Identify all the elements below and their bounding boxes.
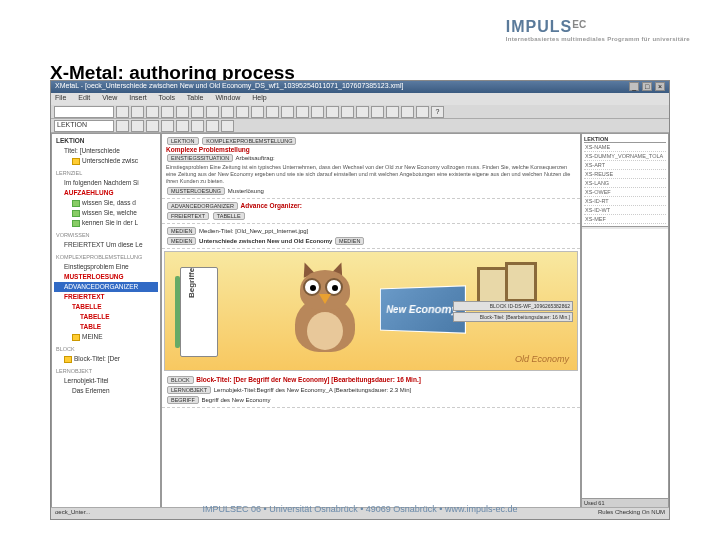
tree-item[interactable]: TABLE — [54, 322, 158, 332]
structure-tree[interactable]: LEKTION Titel: [UnterschiedeUnterschiede… — [51, 133, 161, 511]
tb2-d[interactable] — [161, 120, 174, 132]
tree-item[interactable]: KOMPLEXEPROBLEMSTELLUNG — [54, 252, 158, 262]
tag-komplexe[interactable]: KOMPLEXEPROBLEMSTELLUNG — [202, 137, 296, 145]
attr-row[interactable]: XS-LANG — [584, 179, 666, 188]
tb-help[interactable]: ? — [431, 106, 444, 118]
tag-lektion[interactable]: LEKTION — [167, 137, 199, 145]
tb-print[interactable] — [161, 106, 174, 118]
tree-item[interactable]: wissen Sie, dass d — [54, 198, 158, 208]
tb-paste[interactable] — [206, 106, 219, 118]
tb2-c[interactable] — [146, 120, 159, 132]
slide-footer: IMPULSEC 06 • Universität Osnabrück • 49… — [0, 504, 720, 514]
attr-row[interactable]: XS-REUSE — [584, 170, 666, 179]
tree-item[interactable]: VORWISSEN — [54, 230, 158, 240]
tb-b[interactable] — [281, 106, 294, 118]
tb-f[interactable] — [341, 106, 354, 118]
tag-block[interactable]: BLOCK — [167, 376, 194, 384]
tag-freiertext[interactable]: FREIERTEXT — [167, 212, 209, 220]
tb2-g[interactable] — [206, 120, 219, 132]
attr-row[interactable]: XS-MEF — [584, 215, 666, 224]
tree-item[interactable]: LERNOBJEKT — [54, 366, 158, 376]
tree-item[interactable]: MEINE — [54, 332, 158, 342]
tag-tabelle[interactable]: TABELLE — [213, 212, 245, 220]
attr-row[interactable]: XS-ART — [584, 161, 666, 170]
tb-open[interactable] — [131, 106, 144, 118]
tb-a[interactable] — [266, 106, 279, 118]
attr-row[interactable]: XS-DUMMY_VORNAME_TOLA — [584, 152, 666, 161]
block-id-button[interactable]: BLOCK ID-DS-WF_1096265382862 — [453, 301, 573, 311]
tb-undo[interactable] — [221, 106, 234, 118]
maximize-button[interactable]: □ — [642, 82, 652, 91]
tree-item[interactable]: Lernobjekt-Titel — [54, 376, 158, 386]
tree-item[interactable]: LERNZIEL — [54, 168, 158, 178]
tree-item[interactable]: Einstiegsproblem Eine — [54, 262, 158, 272]
tb2-e[interactable] — [176, 120, 189, 132]
tb-k[interactable] — [416, 106, 429, 118]
sec1-title: Komplexe Problemstellung — [166, 146, 576, 153]
tree-item[interactable]: FREIERTEXT Um diese Le — [54, 240, 158, 250]
tag-begriff[interactable]: BEGRIFF — [167, 396, 199, 404]
tb-c[interactable] — [296, 106, 309, 118]
menu-tools[interactable]: Tools — [159, 94, 175, 101]
tb-g[interactable] — [356, 106, 369, 118]
tag-advorg[interactable]: ADVANCEDORGANIZER — [167, 202, 238, 210]
menubar[interactable]: File Edit View Insert Tools Table Window… — [51, 93, 669, 105]
sec1-body[interactable]: Einstiegsproblem Eine Zeitung ist ein ty… — [166, 163, 576, 186]
menu-file[interactable]: File — [55, 94, 66, 101]
tb2-a[interactable] — [116, 120, 129, 132]
old-economy-label: Old Economy — [515, 354, 569, 364]
attr-row[interactable]: XS-NAME — [584, 143, 666, 152]
tree-item[interactable]: MUSTERLOESUNG — [54, 272, 158, 282]
style-select[interactable] — [54, 106, 114, 118]
element-select[interactable]: LEKTION — [54, 120, 114, 132]
tree-item[interactable]: Block-Titel: [Der — [54, 354, 158, 364]
tree-item[interactable]: BLOCK — [54, 344, 158, 354]
tag-muster[interactable]: MUSTERLOESUNG — [167, 187, 225, 195]
menu-table[interactable]: Table — [187, 94, 204, 101]
tree-item[interactable]: FREIERTEXT — [54, 292, 158, 302]
tree-item[interactable]: TABELLE — [54, 312, 158, 322]
close-button[interactable]: × — [655, 82, 665, 91]
toolbar-1: ? — [51, 105, 669, 119]
tb-save[interactable] — [146, 106, 159, 118]
tree-item[interactable]: TABELLE — [54, 302, 158, 312]
tag-lernobjekt[interactable]: LERNOBJEKT — [167, 386, 211, 394]
menu-edit[interactable]: Edit — [78, 94, 90, 101]
tree-item[interactable]: wissen Sie, welche — [54, 208, 158, 218]
attr-row[interactable]: XS-ID-RT — [584, 197, 666, 206]
tree-item[interactable]: AUFZAEHLUNG — [54, 188, 158, 198]
tree-item[interactable]: Im folgenden Nachdem Si — [54, 178, 158, 188]
tb-i[interactable] — [386, 106, 399, 118]
tag-medien2[interactable]: MEDIEN — [167, 237, 196, 245]
tb-h[interactable] — [371, 106, 384, 118]
tb-redo[interactable] — [236, 106, 249, 118]
tree-item[interactable]: Unterschiede zwisc — [54, 156, 158, 166]
tree-root[interactable]: LEKTION — [54, 136, 158, 146]
attr-row[interactable]: XS-ID-WT — [584, 206, 666, 215]
tb-new[interactable] — [116, 106, 129, 118]
menu-view[interactable]: View — [102, 94, 117, 101]
editor-main[interactable]: LEKTION KOMPLEXEPROBLEMSTELLUNG Komplexe… — [161, 133, 581, 511]
tb2-h[interactable] — [221, 120, 234, 132]
tag-einstieg[interactable]: EINSTIEGSSITUATION — [167, 154, 233, 162]
menu-window[interactable]: Window — [215, 94, 240, 101]
tag-medien-end[interactable]: MEDIEN — [335, 237, 364, 245]
menu-insert[interactable]: Insert — [129, 94, 147, 101]
attr-row[interactable]: XS-OWEF — [584, 188, 666, 197]
tb-j[interactable] — [401, 106, 414, 118]
block-titel-button[interactable]: Block-Titel: [Bearbeitungsdauer: 16 Min.… — [453, 312, 573, 322]
tb2-f[interactable] — [191, 120, 204, 132]
tb2-b[interactable] — [131, 120, 144, 132]
tree-item[interactable]: kennen Sie in der L — [54, 218, 158, 228]
tree-item[interactable]: ADVANCEDORGANIZER — [54, 282, 158, 292]
tb-find[interactable] — [251, 106, 264, 118]
tb-copy[interactable] — [191, 106, 204, 118]
tag-medien[interactable]: MEDIEN — [167, 227, 196, 235]
tree-item[interactable]: Das Erlemen — [54, 386, 158, 396]
minimize-button[interactable]: _ — [629, 82, 639, 91]
tb-e[interactable] — [326, 106, 339, 118]
tree-item[interactable]: Titel: [Unterschiede — [54, 146, 158, 156]
tb-cut[interactable] — [176, 106, 189, 118]
menu-help[interactable]: Help — [252, 94, 266, 101]
tb-d[interactable] — [311, 106, 324, 118]
